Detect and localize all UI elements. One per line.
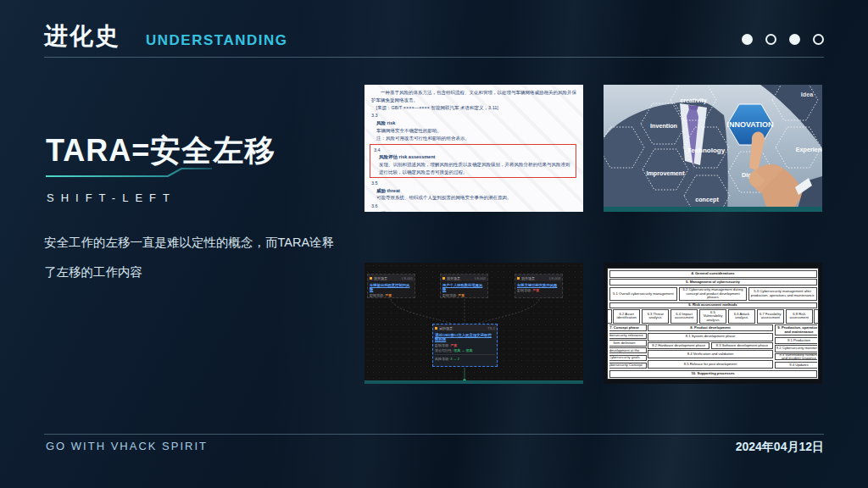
iso-concept-header: 7. Concept phase: [609, 324, 647, 331]
card-title-link: 通过OBD接口注入恶意报文获取控制权限: [433, 331, 497, 343]
label-invention: Invention: [650, 122, 677, 130]
label-technology: Technology: [687, 147, 726, 154]
footer-divider: [44, 434, 824, 435]
iso-concept-column: 7. Concept phase Cybersecurity relevance…: [609, 324, 647, 369]
pagination: [742, 34, 824, 45]
card-title-link: 车辆关键功能失效的风险: [515, 281, 562, 288]
doc-term: 风险评估 risk assessment: [374, 153, 572, 161]
footer-date: 2024年04月12日: [736, 440, 824, 455]
doc-term: 威胁 threat: [371, 187, 576, 195]
iso-concept-box-5: Cybersecurity Concept: [609, 363, 647, 369]
scenario-icon: [435, 327, 437, 330]
field-value: 严重: [532, 288, 539, 292]
card-type: 威胁场景: [439, 326, 453, 330]
photo-bottom-strip: [604, 207, 822, 212]
iso-production-column: 9. Production, operations and maintenanc…: [775, 324, 817, 369]
card-id: TS-1: [487, 326, 495, 330]
iso-concept-box-2: Item definition: [609, 340, 647, 346]
doc-paragraph: 一种基于风险的体系方法，包含组织流程、文化和管理，以处理与车辆网络威胁相关的风险…: [371, 89, 576, 104]
card-divider: [435, 354, 495, 355]
doc-definition: 发现、识别和描述风险，理解风险的性质以及确定风险级别，并将风险分析的结果与风险准…: [374, 161, 572, 176]
doc-term: 漏洞 vulnerability: [371, 210, 576, 212]
iso-box-6-6: 6.6 Attack analysis: [728, 309, 755, 324]
iso-box-6-4: 6.4 Impact assessment: [670, 309, 698, 324]
section-label: UNDERSTANDING: [146, 32, 287, 49]
iso-production-header: 9. Production, operations and maintenanc…: [775, 324, 817, 336]
doc-section-num: 3.5: [371, 180, 576, 187]
card-id: LS-003: [549, 276, 560, 280]
iso-risk-header: 6. Risk assessment methods: [609, 302, 817, 308]
threat-scenario-card: 威胁场景 TS-1 通过OBD接口注入恶意报文获取控制权限 影响等级: 严重 攻…: [432, 324, 498, 367]
diagram-bottom-strip: [364, 380, 583, 384]
iso-box-8-3: 8.3 Software development phase: [711, 342, 773, 349]
pagination-dot-4: [813, 34, 824, 45]
doc-definition: 可能导致系统、组织或个人受到损害的网络安全事件的潜在原因。: [371, 194, 576, 202]
card-id: LS-002: [475, 276, 486, 280]
subtitle: SHIFT-LEFT: [47, 191, 176, 204]
iso-box-6-3: 6.3 Threat analysis: [642, 309, 669, 324]
body-line-1: 安全工作的左移一直是难以定性的概念，而TARA诠释: [44, 234, 358, 251]
loss-card-3: 损失场景 LS-003 车辆关键功能失效的风险 影响等级: 严重: [515, 274, 563, 298]
screenshot-iso-diagram: 4. General considerations 5. Management …: [604, 263, 822, 384]
field-label: 影响等级:: [370, 293, 384, 297]
loss-card-1: 损失场景 LS-001 车辆被远程恶意控制的风险 影响等级: 严重: [367, 274, 415, 298]
doc-definition: 车辆网络安全不确定性的影响。: [371, 127, 576, 135]
label-concept: concept: [695, 196, 719, 203]
innovation-hexagon-label: INNOVATION: [726, 120, 773, 129]
label-creativity: creativity: [680, 97, 707, 104]
iso-box-8-1: 8.1 System development phase: [648, 333, 773, 341]
iso-box-5-2: 5.2 Cybersecurity management during conc…: [679, 287, 748, 302]
card-type: 损失场景: [447, 276, 460, 280]
iso-box-5-1: 5.1 Overall cybersecurity management: [609, 287, 678, 302]
iso-box-9-3: 9.3 Vulnerability handling and incident …: [775, 353, 817, 360]
field-value: 严重: [385, 293, 392, 297]
iso-box-stub: [814, 309, 819, 324]
iso-box-5-3: 5.3 Cybersecurity management after produ…: [748, 287, 817, 302]
iso-supporting: 10. Supporting processes: [609, 370, 817, 378]
iso-product-header: 8. Product development: [648, 324, 773, 331]
body-line-2: 了左移的工作内容: [44, 263, 358, 280]
doc-source: [来源：GB/T ××××—×××× 智能网联汽车 术语和定义，3.11]: [371, 104, 576, 112]
iso-product-column: 8. Product development 8.1 System develo…: [648, 324, 773, 369]
card-title-link: 车辆被远程恶意控制的风险: [368, 281, 415, 293]
iso-concept-box-1: Cybersecurity relevance: [609, 333, 647, 339]
photo-innovation: INNOVATION creativity Idea Invention Tec…: [604, 85, 822, 212]
iso-box-8-2: 8.2 Hardware development phase: [648, 342, 709, 349]
logo-text: 进化史: [44, 20, 120, 53]
card-type: 损失场景: [521, 276, 535, 280]
iso-box-6-5: 6.5 Vulnerability analysis: [699, 309, 726, 324]
doc-term: 风险 risk: [371, 119, 576, 127]
iso-box-8-4: 8.4 Verification and validation: [648, 350, 773, 358]
screenshot-threat-diagram: 损失场景 LS-001 车辆被远程恶意控制的风险 影响等级: 严重 损失场景 L…: [364, 263, 583, 384]
slide: 进化史 UNDERSTANDING TARA=安全左移 SHIFT-LEFT 安…: [0, 0, 868, 488]
field-label: 风险等级:: [435, 357, 449, 361]
iso-general: 4. General considerations: [609, 270, 817, 278]
doc-note: 注：风险可用攻击可行性和影响的组合表示。: [371, 135, 576, 142]
field-label: 攻击可行性:: [435, 348, 453, 352]
iso-box-6-8: 6.8 Risk assessment: [786, 309, 813, 324]
iso-concept-box-3: Initiation of product development at the…: [609, 347, 647, 353]
field-value: 3 → 2: [450, 357, 459, 361]
field-label: 影响等级:: [517, 288, 531, 292]
page-title: TARA=安全左移: [46, 130, 275, 172]
label-idea: Idea: [801, 91, 814, 98]
footer-slogan: GO WITH VHACK SPIRIT: [46, 440, 208, 452]
card-title-link: 用户个人隐私数据泄露风险: [441, 281, 487, 293]
field-value: 严重: [450, 343, 457, 347]
label-experience: Experience: [796, 146, 822, 153]
pagination-dot-3: [789, 34, 800, 45]
scenario-icon: [517, 277, 520, 280]
field-label: 影响等级:: [442, 293, 457, 297]
iso-box-8-5: 8.5 Release for post development: [648, 360, 773, 369]
field-label: 影响等级:: [435, 343, 449, 347]
iso-box-6-2: 6.2 Asset identification: [613, 309, 640, 324]
pagination-dot-2: [765, 34, 776, 45]
iso-box-9-1: 9.1 Production: [775, 337, 817, 344]
doc-section-num: 3.4: [374, 147, 572, 154]
card-id: LS-001: [402, 276, 413, 280]
red-highlight-box: 3.4 风险评估 risk assessment 发现、识别和描述风险，理解风险…: [370, 144, 576, 178]
header-divider: [44, 57, 824, 58]
iso-box-9-4: 9.4 Updates: [775, 362, 817, 369]
loss-card-2: 损失场景 LS-002 用户个人隐私数据泄露风险 影响等级: 严重: [440, 274, 488, 298]
label-improvement: Improvement: [646, 169, 685, 177]
